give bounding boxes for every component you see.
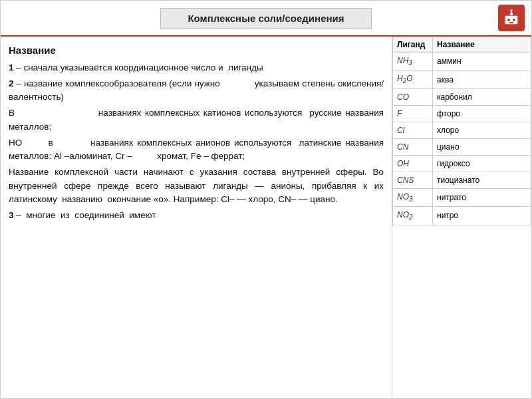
line-1-text: – сначала указывается координационное чи…	[16, 63, 263, 72]
table-row: CNSтиоцианато	[393, 172, 531, 188]
header-title: Комплексные соли/соединения	[160, 8, 371, 29]
line-2-text: – название комплексообразователя (если н…	[9, 78, 384, 102]
title-line: Название	[9, 43, 384, 59]
page-wrapper: Комплексные соли/соединения Название 1	[0, 0, 532, 399]
number-3: 3	[9, 210, 14, 220]
line-2: 2 – название комплексообразователя (если…	[9, 77, 384, 104]
ligand-name-cell: аква	[433, 70, 531, 88]
ligand-cell: OH	[393, 155, 433, 172]
ligand-cell: NH3	[393, 53, 433, 70]
table-row: Fфторо	[393, 105, 531, 122]
svg-rect-5	[510, 13, 513, 15]
table-row: NH3аммин	[393, 53, 531, 70]
right-panel: Лиганд Название NH3амминH2OакваCOкарбони…	[392, 37, 531, 398]
ligand-cell: H2O	[393, 70, 433, 88]
header: Комплексные соли/соединения	[1, 1, 531, 37]
col-ligand-header: Лиганд	[393, 37, 433, 53]
main-content: Название 1 – сначала указывается координ…	[1, 37, 531, 398]
table-row: OHгидроксо	[393, 155, 531, 172]
line-1: 1 – сначала указывается координационное …	[9, 61, 384, 74]
robot-icon	[498, 5, 525, 31]
ligand-cell: NO2	[393, 207, 433, 225]
ligand-name-cell: хлоро	[433, 122, 531, 138]
table-header-row: Лиганд Название	[393, 37, 531, 53]
ligand-name-cell: циано	[433, 138, 531, 155]
table-row: Clхлоро	[393, 122, 531, 138]
ligand-cell: CO	[393, 88, 433, 105]
svg-point-3	[513, 19, 515, 21]
ligand-name-cell: гидроксо	[433, 155, 531, 172]
line-6: 3 – многие из соедининей имеют	[9, 209, 384, 222]
svg-point-2	[507, 19, 510, 21]
line-4: НО в названиях комплексных анионов испол…	[9, 136, 384, 164]
table-row: NO2нитро	[393, 207, 531, 225]
table-row: COкарбонил	[393, 88, 531, 105]
ligand-cell: F	[393, 105, 433, 122]
left-panel: Название 1 – сначала указывается координ…	[1, 37, 392, 398]
table-row: CNциано	[393, 138, 531, 155]
ligand-cell: CNS	[393, 172, 433, 188]
table-row: NO3нитрато	[393, 188, 531, 206]
number-1: 1	[9, 63, 14, 72]
header-title-wrapper: Комплексные соли/соединения	[34, 8, 498, 29]
line-5: Название комплексной части начинают с ук…	[9, 166, 384, 206]
line-6-text: – многие из соедининей имеют	[16, 210, 156, 220]
ligand-cell: Cl	[393, 122, 433, 138]
svg-rect-4	[509, 22, 513, 23]
ligand-name-cell: тиоцианато	[433, 172, 531, 188]
ligand-cell: CN	[393, 138, 433, 155]
svg-point-7	[511, 9, 513, 11]
table-row: H2Oаква	[393, 70, 531, 88]
ligand-table: Лиганд Название NH3амминH2OакваCOкарбони…	[392, 37, 531, 225]
ligand-name-cell: нитро	[433, 207, 531, 225]
ligand-name-cell: аммин	[433, 53, 531, 70]
ligand-name-cell: карбонил	[433, 88, 531, 105]
section-title: Название	[9, 45, 56, 56]
ligand-name-cell: фторо	[433, 105, 531, 122]
ligand-name-cell: нитрато	[433, 188, 531, 206]
line-3: В названиях комплексных катионов использ…	[9, 106, 384, 134]
col-name-header: Название	[433, 37, 531, 53]
number-2: 2	[9, 78, 14, 88]
ligand-cell: NO3	[393, 188, 433, 206]
